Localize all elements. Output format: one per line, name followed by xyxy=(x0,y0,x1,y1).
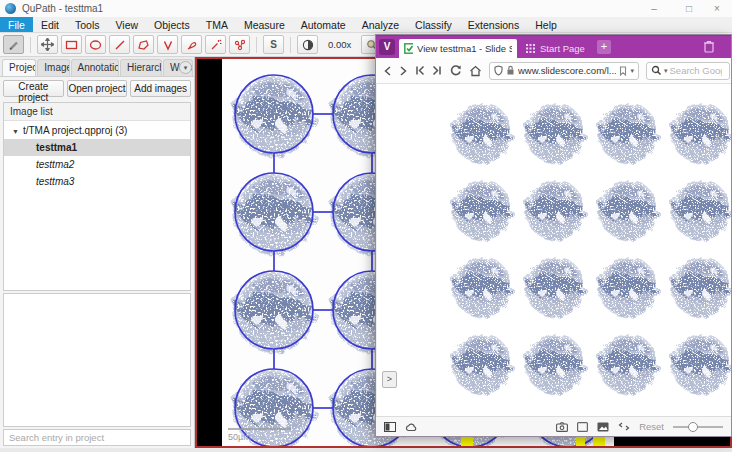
tissue-core xyxy=(520,173,590,245)
panel-toggle-button[interactable] xyxy=(384,422,396,432)
tissue-core xyxy=(666,250,731,322)
polyline-icon xyxy=(162,39,174,51)
menu-objects[interactable]: Objects xyxy=(146,17,198,32)
back-button[interactable] xyxy=(383,65,392,77)
tissue-core xyxy=(447,327,517,399)
tissue-core xyxy=(447,173,517,245)
lock-icon xyxy=(506,65,515,76)
tab-project[interactable]: Project xyxy=(2,59,36,76)
image-item-testtma1[interactable]: testtma1 xyxy=(4,139,190,156)
sidebar-expand-button[interactable]: > xyxy=(382,371,397,388)
project-node-label: t/TMA project.qpproj (3) xyxy=(23,125,127,136)
close-button[interactable]: × xyxy=(704,0,730,17)
page-tiling-button[interactable] xyxy=(577,422,588,432)
menu-file[interactable]: File xyxy=(0,17,33,32)
tab-annotations[interactable]: Annotations xyxy=(71,59,120,76)
tab-hierarchy[interactable]: Hierarchy xyxy=(120,59,162,76)
selection-mode-label: S xyxy=(270,39,277,50)
zoom-slider[interactable] xyxy=(673,422,723,432)
window-title: QuPath - testtma1 xyxy=(22,3,103,14)
page-images-button[interactable] xyxy=(597,422,609,432)
slide-score-viewer[interactable]: > xyxy=(376,84,731,416)
tissue-core xyxy=(593,327,663,399)
pencil-tool-button[interactable] xyxy=(3,35,24,54)
rewind-button[interactable] xyxy=(415,65,425,76)
menu-edit[interactable]: Edit xyxy=(33,17,67,32)
tab-image[interactable]: Image xyxy=(37,59,69,76)
project-buttons: Create project Open project Add images xyxy=(0,77,194,100)
points-icon xyxy=(234,39,246,51)
wand-icon xyxy=(210,39,222,51)
sync-cloud-icon[interactable] xyxy=(405,422,418,432)
tissue-core xyxy=(666,173,731,245)
image-item-testtma3[interactable]: testtma3 xyxy=(4,173,190,190)
minimize-button[interactable]: – xyxy=(641,0,667,17)
ellipse-tool-button[interactable] xyxy=(85,35,106,54)
project-tree-root[interactable]: ▼t/TMA project.qpproj (3) xyxy=(4,121,190,139)
open-project-button[interactable]: Open project xyxy=(67,80,128,97)
add-images-button[interactable]: Add images xyxy=(130,80,191,97)
zoom-reset-button[interactable]: Reset xyxy=(639,421,664,432)
zoom-slider-knob[interactable] xyxy=(688,422,698,432)
move-tool-button[interactable] xyxy=(37,35,58,54)
polygon-tool-button[interactable] xyxy=(133,35,154,54)
ellipse-icon xyxy=(89,39,102,51)
search-bar[interactable]: ▾ xyxy=(646,62,730,80)
rectangle-tool-button[interactable] xyxy=(61,35,82,54)
menu-analyze[interactable]: Analyze xyxy=(354,17,407,32)
menu-help[interactable]: Help xyxy=(527,17,565,32)
tissue-core xyxy=(447,250,517,322)
wand-tool-button[interactable] xyxy=(205,35,226,54)
image-item-testtma2[interactable]: testtma2 xyxy=(4,156,190,173)
browser-window: V View testtma1 - Slide Score Start Page… xyxy=(375,34,732,437)
reload-button[interactable] xyxy=(449,64,462,77)
selection-mode-button[interactable]: S xyxy=(263,35,284,54)
fast-forward-button[interactable] xyxy=(432,65,442,76)
menu-classify[interactable]: Classify xyxy=(407,17,460,32)
tab-start-page[interactable]: Start Page xyxy=(517,39,594,58)
menu-measure[interactable]: Measure xyxy=(236,17,293,32)
pencil-icon xyxy=(8,39,20,51)
project-panel: Project Image Annotations Hierarchy Work… xyxy=(0,57,195,448)
forward-button[interactable] xyxy=(399,65,408,77)
create-project-button[interactable]: Create project xyxy=(3,80,64,97)
new-tab-button[interactable]: + xyxy=(597,40,611,54)
menu-extensions[interactable]: Extensions xyxy=(460,17,527,32)
points-tool-button[interactable] xyxy=(229,35,250,54)
address-bar[interactable]: www.slidescore.com/l... ▾ xyxy=(489,62,639,80)
menu-view[interactable]: View xyxy=(108,17,147,32)
tissue-core xyxy=(520,96,590,168)
magnification-label: 0.00x xyxy=(328,39,351,50)
vivaldi-menu-button[interactable]: V xyxy=(379,39,395,55)
address-dropdown-icon[interactable]: ▾ xyxy=(630,67,634,75)
page-actions-button[interactable] xyxy=(618,422,630,431)
contrast-icon xyxy=(302,39,314,51)
project-search-input[interactable] xyxy=(3,429,191,446)
polyline-tool-button[interactable] xyxy=(157,35,178,54)
brightness-contrast-button[interactable] xyxy=(297,35,318,54)
menu-automate[interactable]: Automate xyxy=(293,17,354,32)
closed-tabs-trash-button[interactable] xyxy=(703,39,715,53)
tree-caret-icon[interactable]: ▼ xyxy=(12,128,19,135)
tissue-core xyxy=(520,327,590,399)
trash-icon xyxy=(703,39,715,53)
tissue-core xyxy=(593,173,663,245)
tab-overflow-button[interactable]: ▾ xyxy=(179,61,192,74)
qupath-logo-icon xyxy=(5,3,16,14)
url-text: www.slidescore.com/l... xyxy=(518,65,616,76)
menu-tools[interactable]: Tools xyxy=(67,17,108,32)
search-input[interactable] xyxy=(670,65,722,76)
search-engine-dropdown-icon[interactable]: ▾ xyxy=(664,67,668,75)
maximize-button[interactable]: □ xyxy=(676,0,702,17)
bookmark-icon[interactable] xyxy=(619,66,627,76)
tab-label: Start Page xyxy=(540,43,585,54)
capture-page-button[interactable] xyxy=(556,422,568,432)
search-engine-icon xyxy=(651,65,662,76)
brush-tool-button[interactable] xyxy=(181,35,202,54)
panel-tabs: Project Image Annotations Hierarchy Work… xyxy=(0,57,194,77)
menu-tma[interactable]: TMA xyxy=(198,17,236,32)
line-tool-button[interactable] xyxy=(109,35,130,54)
tissue-core xyxy=(593,250,663,322)
tab-view-testtma1[interactable]: View testtma1 - Slide Score xyxy=(399,39,517,58)
home-button[interactable] xyxy=(469,65,482,77)
